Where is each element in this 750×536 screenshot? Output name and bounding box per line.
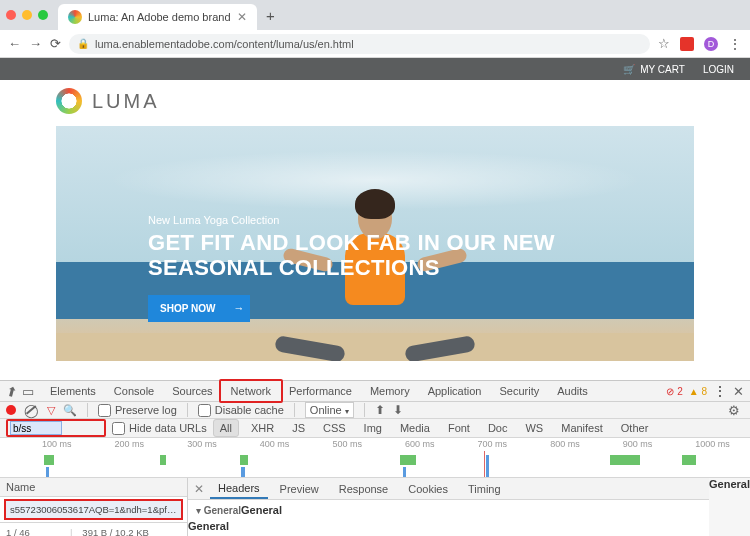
browser-tab[interactable]: Luma: An Adobe demo brand ✕ [58,4,257,30]
request-details-pane: ✕ Headers Preview Response Cookies Timin… [188,478,709,536]
network-settings-icon[interactable]: ⚙ [728,403,740,418]
browser-tab-strip: Luma: An Adobe demo brand ✕ + [0,0,750,30]
my-cart-label: MY CART [640,64,685,75]
warning-count-badge[interactable]: ▲ 8 [689,386,707,397]
devtools-tabs: ⬈ ▭ Elements Console Sources Network Per… [0,381,750,402]
window-minimize-icon[interactable] [22,10,32,20]
time-label: 500 ms [332,439,362,449]
pill-ws[interactable]: WS [519,420,549,436]
import-har-icon[interactable]: ⬆ [375,403,385,417]
browser-menu-icon[interactable]: ⋮ [728,36,742,52]
profile-avatar[interactable]: D [704,37,718,51]
filter-input[interactable] [10,421,62,435]
clear-button[interactable]: ◯ [24,403,39,418]
cart-icon: 🛒 [623,64,635,75]
time-label: 400 ms [260,439,290,449]
pill-font[interactable]: Font [442,420,476,436]
pill-media[interactable]: Media [394,420,436,436]
disable-cache-checkbox[interactable]: Disable cache [198,404,284,417]
req-tab-cookies[interactable]: Cookies [400,480,456,498]
tab-elements[interactable]: Elements [42,381,104,401]
status-bar: 1 / 46 requests | 391 B / 10.2 KB transf… [0,522,187,536]
new-tab-button[interactable]: + [261,7,281,24]
site-topbar: 🛒 MY CART LOGIN [0,58,750,80]
throttling-select[interactable]: Online ▾ [305,402,354,418]
network-toolbar: ◯ ▽ 🔍 Preserve log Disable cache Online … [0,402,750,419]
search-icon[interactable]: 🔍 [63,404,77,417]
tab-application[interactable]: Application [420,381,490,401]
hero-title: GET FIT AND LOOK FAB IN OUR NEW SEASONAL… [148,230,664,281]
time-label: 800 ms [550,439,580,449]
network-timeline[interactable]: 100 ms 200 ms 300 ms 400 ms 500 ms 600 m… [0,438,750,478]
time-label: 600 ms [405,439,435,449]
devtools-close-icon[interactable]: ✕ [733,384,744,399]
page-content: 🛒 MY CART LOGIN LUMA New Luma Yoga Colle… [0,58,750,380]
devtools-menu-icon[interactable]: ⋮ [713,383,727,399]
hide-data-urls-checkbox[interactable]: Hide data URLs [112,422,207,435]
tab-audits[interactable]: Audits [549,381,596,401]
tab-memory[interactable]: Memory [362,381,418,401]
luma-logo-icon [56,88,82,114]
pill-css[interactable]: CSS [317,420,352,436]
login-link[interactable]: LOGIN [703,64,734,75]
pill-doc[interactable]: Doc [482,420,514,436]
url-text: luma.enablementadobe.com/content/luma/us… [95,38,354,50]
error-count-badge[interactable]: ⊘ 2 [666,386,682,397]
forward-button[interactable]: → [29,36,42,51]
reload-button[interactable]: ⟳ [50,36,61,51]
req-tab-timing[interactable]: Timing [460,480,509,498]
brand-name: LUMA [92,90,160,113]
filter-toggle-icon[interactable]: ▽ [47,404,55,417]
request-row[interactable]: s55723006053617AQB=1&ndh=1&pf=1&call... [4,499,183,520]
device-toggle-icon[interactable]: ▭ [22,384,34,399]
devtools-panel: ⬈ ▭ Elements Console Sources Network Per… [0,380,750,536]
cta-label: SHOP NOW [160,303,215,314]
tab-security[interactable]: Security [491,381,547,401]
pill-other[interactable]: Other [615,420,655,436]
lock-icon: 🔒 [77,38,89,49]
tab-console[interactable]: Console [106,381,162,401]
network-filter-row: Hide data URLs All XHR JS CSS Img Media … [0,419,750,438]
tab-performance[interactable]: Performance [281,381,360,401]
window-close-icon[interactable] [6,10,16,20]
requests-pane: Name s55723006053617AQB=1&ndh=1&pf=1&cal… [0,478,188,536]
address-bar: ← → ⟳ 🔒 luma.enablementadobe.com/content… [0,30,750,58]
cta-arrow-icon[interactable]: → [227,295,250,322]
brand-header: LUMA [0,80,750,122]
inspect-element-icon[interactable]: ⬈ [3,382,20,400]
record-button[interactable] [6,405,16,415]
request-count: 1 / 46 requests [6,527,60,536]
filter-input-highlight [6,419,106,437]
tab-sources[interactable]: Sources [164,381,220,401]
hero-banner: New Luma Yoga Collection GET FIT AND LOO… [56,126,694,361]
time-label: 200 ms [115,439,145,449]
export-har-icon[interactable]: ⬇ [393,403,403,417]
my-cart-link[interactable]: 🛒 MY CART [623,64,685,75]
pill-js[interactable]: JS [286,420,311,436]
req-tab-headers[interactable]: Headers [210,479,268,499]
time-label: 1000 ms [695,439,730,449]
transferred-size: 391 B / 10.2 KB transferred [82,527,181,536]
window-maximize-icon[interactable] [38,10,48,20]
back-button[interactable]: ← [8,36,21,51]
window-controls [6,10,48,20]
req-tab-response[interactable]: Response [331,480,397,498]
shop-now-button[interactable]: SHOP NOW [148,295,227,322]
req-tab-preview[interactable]: Preview [272,480,327,498]
bookmark-star-icon[interactable]: ☆ [658,36,670,51]
time-label: 100 ms [42,439,72,449]
name-column-header[interactable]: Name [0,478,187,497]
tab-network[interactable]: Network [223,381,279,401]
details-close-icon[interactable]: ✕ [194,482,204,496]
tab-close-icon[interactable]: ✕ [237,10,247,24]
pill-xhr[interactable]: XHR [245,420,280,436]
time-label: 300 ms [187,439,217,449]
general-section-toggle[interactable]: ▾ General [196,505,241,516]
preserve-log-checkbox[interactable]: Preserve log [98,404,177,417]
pill-img[interactable]: Img [358,420,388,436]
url-field[interactable]: 🔒 luma.enablementadobe.com/content/luma/… [69,34,650,54]
favicon-icon [68,10,82,24]
pill-all[interactable]: All [213,419,239,437]
pill-manifest[interactable]: Manifest [555,420,609,436]
extension-red-icon[interactable] [680,37,694,51]
